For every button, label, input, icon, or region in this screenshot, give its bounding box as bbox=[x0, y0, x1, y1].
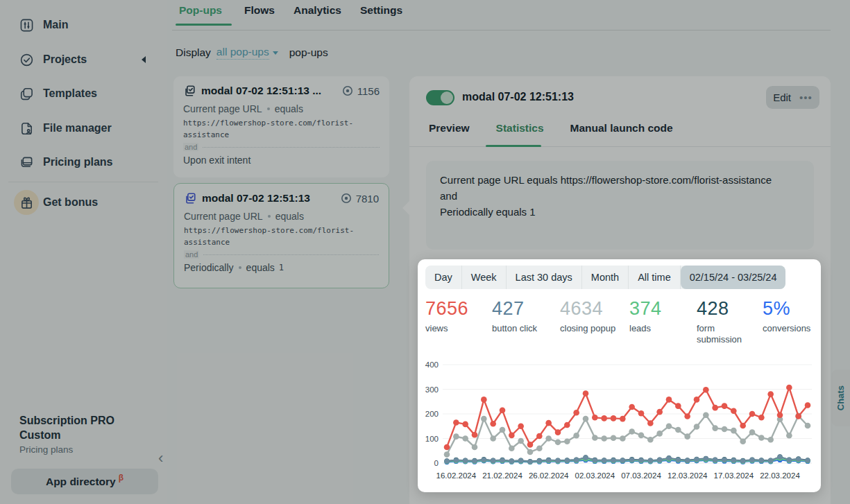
range-day-button[interactable]: Day bbox=[425, 266, 462, 289]
svg-text:12.03.2024: 12.03.2024 bbox=[668, 471, 708, 480]
svg-text:400: 400 bbox=[425, 360, 439, 369]
stat-value: 7656 bbox=[425, 298, 468, 320]
svg-text:07.03.2024: 07.03.2024 bbox=[621, 471, 661, 480]
stat-label: views bbox=[425, 323, 468, 334]
stat-label: form submission bbox=[697, 323, 758, 345]
range-week-button[interactable]: Week bbox=[462, 266, 507, 289]
date-range-segmented-control: Day Week Last 30 days Month All time 02/… bbox=[425, 266, 785, 289]
stat-form-submission: 428 form submission bbox=[697, 298, 758, 345]
stat-label: conversions bbox=[763, 323, 810, 334]
svg-text:21.02.2024: 21.02.2024 bbox=[482, 471, 522, 480]
stat-label: leads bbox=[629, 323, 662, 334]
svg-text:16.02.2024: 16.02.2024 bbox=[436, 471, 477, 480]
stat-value: 428 bbox=[697, 298, 758, 320]
stat-conversions: 5% conversions bbox=[763, 298, 810, 334]
range-all-time-button[interactable]: All time bbox=[629, 266, 681, 289]
stat-label: button click bbox=[492, 323, 537, 334]
range-custom-dates-button[interactable]: 02/15/24 - 03/25/24 bbox=[681, 266, 786, 289]
svg-text:0: 0 bbox=[434, 459, 439, 467]
stat-value: 427 bbox=[492, 298, 537, 320]
range-last-30-days-button[interactable]: Last 30 days bbox=[507, 266, 582, 289]
svg-text:200: 200 bbox=[425, 410, 439, 418]
svg-text:02.03.2024: 02.03.2024 bbox=[575, 471, 615, 480]
stat-value: 5% bbox=[763, 298, 810, 320]
statistics-spotlight-panel: Day Week Last 30 days Month All time 02/… bbox=[418, 259, 821, 492]
svg-text:100: 100 bbox=[425, 435, 439, 443]
range-month-button[interactable]: Month bbox=[582, 266, 629, 289]
stat-value: 374 bbox=[629, 298, 662, 320]
stat-button-click: 427 button click bbox=[492, 298, 537, 334]
svg-text:26.02.2024: 26.02.2024 bbox=[529, 471, 569, 480]
stat-label: closing popup bbox=[560, 323, 615, 334]
stat-closing-popup: 4634 closing popup bbox=[560, 298, 615, 334]
stat-leads: 374 leads bbox=[629, 298, 662, 334]
statistics-line-chart: 010020030040016.02.202421.02.202426.02.2… bbox=[422, 355, 817, 488]
stat-value: 4634 bbox=[560, 298, 615, 320]
stat-views: 7656 views bbox=[425, 298, 468, 334]
svg-text:22.03.2024: 22.03.2024 bbox=[760, 471, 800, 480]
svg-text:17.03.2024: 17.03.2024 bbox=[714, 471, 754, 480]
svg-text:300: 300 bbox=[425, 385, 439, 394]
